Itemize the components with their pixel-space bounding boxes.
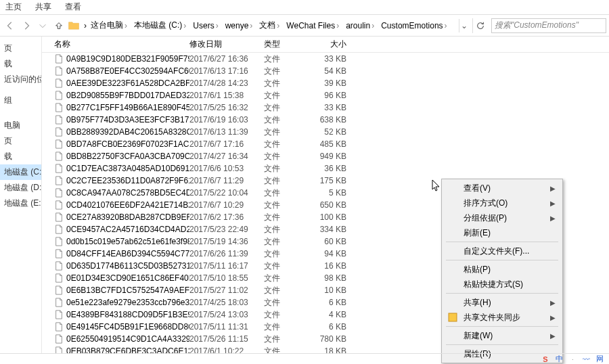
breadcrumb-item[interactable]: aroulin › <box>343 20 377 32</box>
sidebar-item[interactable]: 载 <box>0 56 41 72</box>
submenu-arrow-icon: ▶ <box>550 314 556 321</box>
breadcrumb-item[interactable]: WeChat Files › <box>284 20 342 32</box>
context-menu-item[interactable]: 粘贴快捷方式(S) <box>443 277 561 292</box>
breadcrumb-item[interactable]: CustomEmotions › <box>378 20 449 32</box>
file-size: 33 KB <box>310 54 352 64</box>
context-menu-item[interactable]: 排序方式(O)▶ <box>443 196 561 210</box>
file-size: 36 KB <box>310 164 352 173</box>
context-menu-item[interactable]: 共享(H)▶ <box>443 295 561 310</box>
file-icon <box>54 273 64 283</box>
file-row[interactable]: 0BD7A8FCB0E2369F07023F1AC62FCD... 2017/6… <box>42 138 609 150</box>
ime-icon-lang[interactable]: 中 <box>554 354 564 365</box>
file-name: 0BB2889392DAB4C20615A8328CF99... <box>66 127 189 137</box>
sidebar-item[interactable]: 地磁盘 (E:) <box>0 196 41 211</box>
file-icon <box>54 66 64 76</box>
file-icon <box>54 298 64 307</box>
file-date: 2017/6/27 16:36 <box>189 54 264 64</box>
context-menu-item[interactable]: 新建(W)▶ <box>443 328 561 343</box>
tab-home[interactable]: 主页 <box>5 1 22 13</box>
file-name: 0C8CA947AA078C2578BD5EC4D7051... <box>66 188 189 198</box>
col-date[interactable]: 修改日期 <box>189 39 264 50</box>
sidebar-item[interactable]: 地磁盘 (C:) <box>0 164 41 180</box>
file-row[interactable]: 0BB2889392DAB4C20615A8328CF99... 2017/6/… <box>42 126 609 138</box>
file-row[interactable]: 0A9B19C9D180DEB321F9059F79C763... 2017/6… <box>42 53 609 65</box>
refresh-button[interactable] <box>472 18 487 33</box>
file-size: 334 KB <box>310 225 352 234</box>
breadcrumb-item[interactable]: Users › <box>190 20 221 32</box>
sidebar-item[interactable]: 电脑 <box>0 118 41 133</box>
col-type[interactable]: 类型 <box>264 39 310 50</box>
file-row[interactable]: 0B975F774D3D3A3EE3FCF3B17263A3... 2017/6… <box>42 114 609 126</box>
menu-separator <box>446 293 558 294</box>
file-size: 175 KB <box>310 176 352 185</box>
nav-back[interactable] <box>3 18 18 33</box>
file-icon <box>54 103 64 112</box>
file-name: 0E6B13BC7FD1C5752547A9AEF45E979... <box>66 286 189 295</box>
sidebar-item[interactable]: 页 <box>0 41 41 56</box>
context-menu-item[interactable]: 粘贴(P) <box>443 262 561 277</box>
col-name[interactable]: 名称 <box>54 39 189 50</box>
file-type: 文件 <box>264 78 310 89</box>
breadcrumb-item[interactable]: 本地磁盘 (C:) › <box>131 18 189 32</box>
file-row[interactable]: 0B277C1F5FF149B66A1E890F45CAFA65 2017/5/… <box>42 101 609 114</box>
ime-icon-sogou[interactable]: S <box>540 354 551 365</box>
sidebar-item[interactable]: 地磁盘 (D:) <box>0 180 41 196</box>
context-menu-item[interactable]: 查看(V)▶ <box>443 181 561 196</box>
col-size[interactable]: 大小 <box>310 39 352 50</box>
file-icon <box>54 152 64 161</box>
file-date: 2017/4/25 18:03 <box>189 298 264 307</box>
sidebar-item[interactable]: 近访问的位置 <box>0 72 41 87</box>
sidebar-item[interactable]: 页 <box>0 133 41 149</box>
breadcrumb-item[interactable]: 这台电脑 › <box>88 18 130 32</box>
file-row[interactable]: 0A758B87E0EF4CC302594AFC60A440... 2017/6… <box>42 65 609 77</box>
file-date: 2017/5/19 14:36 <box>189 237 264 246</box>
context-menu-item[interactable]: 自定义文件夹(F)... <box>443 244 561 258</box>
file-date: 2017/5/27 11:02 <box>189 286 264 295</box>
file-type: 文件 <box>264 285 310 296</box>
file-name: 0B2D90855B9F7BDD017DAED32117... <box>66 91 189 100</box>
file-size: 39 KB <box>310 78 352 88</box>
menu-label: 刷新(E) <box>464 227 491 239</box>
file-name: 0D635D1774B6113C5D03B5273144A... <box>66 261 189 271</box>
menu-separator <box>446 242 558 242</box>
breadcrumb-item[interactable]: 文档 › <box>256 18 282 32</box>
file-type: 文件 <box>264 175 310 187</box>
sidebar-item[interactable]: 组 <box>0 93 41 108</box>
tab-share[interactable]: 共享 <box>35 1 51 13</box>
sidebar-item[interactable]: 载 <box>0 149 41 164</box>
nav-forward[interactable] <box>19 18 34 33</box>
file-type: 文件 <box>264 151 310 162</box>
file-row[interactable]: 0BD8B22750F3CFA0A3CBA709C00F7... 2017/4/… <box>42 150 609 162</box>
breadcrumb-item[interactable]: wenye › <box>223 20 256 32</box>
file-size: 94 KB <box>310 249 352 258</box>
folder-icon <box>68 20 80 32</box>
context-menu-item[interactable]: 刷新(E) <box>443 225 561 240</box>
sidebar: 页载近访问的位置组电脑页载地磁盘 (C:)地磁盘 (D:)地磁盘 (E:) <box>0 37 42 353</box>
file-type: 文件 <box>264 273 310 284</box>
file-icon <box>54 212 64 222</box>
context-menu[interactable]: 查看(V)▶排序方式(O)▶分组依据(P)▶刷新(E)自定义文件夹(F)...粘… <box>441 179 563 363</box>
file-row[interactable]: 0B2D90855B9F7BDD017DAED32117... 2017/6/1… <box>42 89 609 101</box>
file-type: 文件 <box>264 139 310 150</box>
tab-view[interactable]: 查看 <box>65 1 81 13</box>
file-type: 文件 <box>264 297 310 309</box>
breadcrumb[interactable]: ›这台电脑 ›本地磁盘 (C:) ›Users ›wenye ›文档 ›WeCh… <box>84 18 457 32</box>
nav-up[interactable] <box>51 18 66 33</box>
context-menu-item[interactable]: 分组依据(P)▶ <box>443 210 561 225</box>
ime-icon-net[interactable]: 网 <box>594 354 605 365</box>
file-date: 2017/6/7 17:16 <box>189 139 264 149</box>
file-row[interactable]: 0AEE39DE3223F61A528DCA2BF976B... 2017/4/… <box>42 77 609 89</box>
ime-icon-divider: ⸱ <box>567 354 578 365</box>
file-type: 文件 <box>264 334 310 345</box>
file-row[interactable]: 0C1D7EAC3873A0485AD10D69146DB... 2017/6/… <box>42 162 609 175</box>
file-name: 0BD8B22750F3CFA0A3CBA709C00F7... <box>66 152 189 161</box>
ime-icon-wave[interactable]: 〰 <box>581 354 591 365</box>
search-input[interactable]: 搜索"CustomEmotions" <box>491 18 606 33</box>
column-headers[interactable]: 名称 修改日期 类型 大小 <box>42 37 609 53</box>
file-date: 2017/6/7 11:29 <box>189 176 264 185</box>
address-dropdown[interactable]: ⌄ <box>459 19 468 32</box>
file-date: 2017/5/11 11:31 <box>189 322 264 332</box>
nav-recent-dropdown[interactable] <box>35 18 50 33</box>
context-menu-item[interactable]: 共享文件夹同步▶ <box>443 310 561 325</box>
file-type: 文件 <box>264 66 310 77</box>
